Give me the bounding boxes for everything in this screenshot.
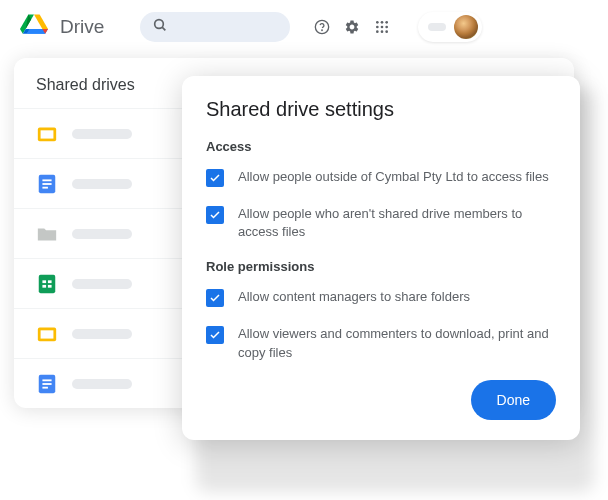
checkbox-row-content-managers[interactable]: Allow content managers to share folders — [206, 288, 556, 307]
folder-icon — [36, 223, 58, 245]
search-icon — [152, 17, 168, 37]
dialog-title: Shared drive settings — [206, 98, 556, 121]
svg-rect-16 — [42, 179, 51, 181]
role-section-label: Role permissions — [206, 259, 556, 274]
svg-point-0 — [155, 20, 164, 29]
item-placeholder — [72, 279, 132, 289]
svg-rect-17 — [42, 183, 51, 185]
svg-rect-18 — [42, 186, 48, 188]
checkbox-label: Allow content managers to share folders — [238, 288, 470, 306]
svg-rect-27 — [42, 379, 51, 381]
folder-icon-yellow — [36, 323, 58, 345]
svg-rect-14 — [41, 130, 54, 138]
help-icon[interactable] — [314, 19, 330, 35]
svg-rect-19 — [39, 274, 56, 292]
item-placeholder — [72, 129, 132, 139]
drive-logo-icon — [20, 13, 48, 41]
svg-point-11 — [381, 30, 384, 33]
folder-icon-yellow — [36, 123, 58, 145]
app-name: Drive — [60, 16, 104, 38]
svg-point-6 — [386, 21, 389, 24]
checkbox-row-outside-access[interactable]: Allow people outside of Cymbal Pty Ltd t… — [206, 168, 556, 187]
avatar — [454, 15, 478, 39]
svg-point-9 — [386, 26, 389, 29]
svg-rect-21 — [48, 280, 52, 283]
svg-rect-23 — [48, 284, 52, 287]
item-placeholder — [72, 329, 132, 339]
checkbox-checked-icon[interactable] — [206, 326, 224, 344]
checkbox-label: Allow people outside of Cymbal Pty Ltd t… — [238, 168, 549, 186]
checkbox-label: Allow viewers and commenters to download… — [238, 325, 556, 361]
app-header: Drive — [0, 0, 608, 50]
svg-line-1 — [162, 27, 165, 30]
header-actions — [314, 12, 482, 42]
item-placeholder — [72, 379, 132, 389]
search-input[interactable] — [140, 12, 290, 42]
svg-rect-29 — [42, 386, 48, 388]
svg-point-3 — [322, 30, 323, 31]
checkbox-checked-icon[interactable] — [206, 206, 224, 224]
svg-point-10 — [376, 30, 379, 33]
gear-icon[interactable] — [344, 19, 360, 35]
docs-icon — [36, 373, 58, 395]
item-placeholder — [72, 229, 132, 239]
svg-rect-25 — [41, 330, 54, 338]
svg-point-7 — [376, 26, 379, 29]
checkbox-row-viewers[interactable]: Allow viewers and commenters to download… — [206, 325, 556, 361]
apps-grid-icon[interactable] — [374, 19, 390, 35]
svg-rect-20 — [42, 280, 46, 283]
svg-point-4 — [376, 21, 379, 24]
item-placeholder — [72, 179, 132, 189]
account-chip[interactable] — [418, 12, 482, 42]
shared-drive-settings-dialog: Shared drive settings Access Allow peopl… — [182, 76, 580, 440]
done-button[interactable]: Done — [471, 380, 556, 420]
svg-rect-28 — [42, 383, 51, 385]
docs-icon — [36, 173, 58, 195]
svg-point-5 — [381, 21, 384, 24]
sheets-icon — [36, 273, 58, 295]
svg-point-8 — [381, 26, 384, 29]
checkbox-checked-icon[interactable] — [206, 289, 224, 307]
svg-rect-22 — [42, 284, 46, 287]
svg-point-12 — [386, 30, 389, 33]
checkbox-row-non-members[interactable]: Allow people who aren't shared drive mem… — [206, 205, 556, 241]
account-label-placeholder — [428, 23, 446, 31]
checkbox-checked-icon[interactable] — [206, 169, 224, 187]
access-section-label: Access — [206, 139, 556, 154]
checkbox-label: Allow people who aren't shared drive mem… — [238, 205, 556, 241]
